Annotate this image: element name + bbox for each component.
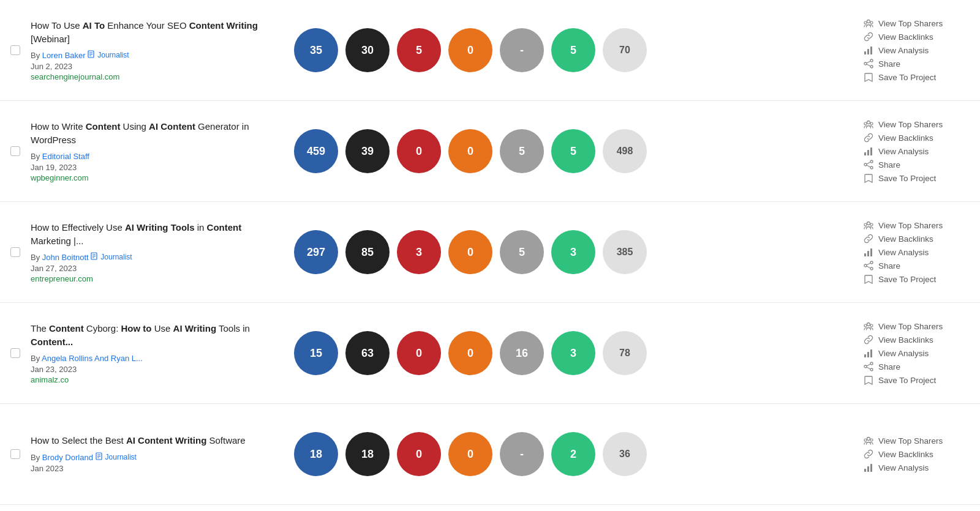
journalist-label: Journalist [97, 51, 129, 59]
view-backlinks-button-label: View Backlinks [878, 133, 933, 143]
metric-circle-2: 3 [397, 230, 441, 274]
share-button-icon [864, 59, 873, 69]
article-checkbox[interactable] [10, 45, 20, 55]
article-checkbox[interactable] [10, 247, 20, 257]
journalist-icon [88, 50, 96, 60]
share-button[interactable]: Share [864, 59, 980, 69]
author-link[interactable]: Loren Baker [42, 51, 86, 60]
view-backlinks-button[interactable]: View Backlinks [864, 133, 980, 143]
svg-point-47 [870, 362, 873, 365]
view-analysis-button-icon [864, 348, 873, 358]
view-top-sharers-button[interactable]: View Top Sharers [864, 220, 980, 230]
view-analysis-button-label: View Analysis [878, 463, 929, 472]
metric-circle-2: 0 [397, 129, 441, 173]
svg-line-13 [867, 61, 870, 63]
metric-circle-4: 5 [500, 230, 544, 274]
save-to-project-button-label: Save To Project [878, 275, 936, 284]
journalist-badge[interactable]: Journalist [91, 252, 132, 262]
view-analysis-button[interactable]: View Analysis [864, 45, 980, 55]
svg-point-36 [870, 261, 873, 264]
view-backlinks-button[interactable]: View Backlinks [864, 449, 980, 459]
save-to-project-button[interactable]: Save To Project [864, 375, 980, 385]
view-top-sharers-button[interactable]: View Top Sharers [864, 436, 980, 446]
author-link[interactable]: Brody Dorland [42, 453, 93, 462]
svg-point-6 [870, 21, 873, 24]
view-top-sharers-button-icon [864, 321, 873, 331]
article-title: How to Select the Best AI Content Writin… [31, 434, 276, 447]
author-link[interactable]: John Boitnott [42, 253, 89, 262]
save-to-project-button[interactable]: Save To Project [864, 72, 980, 82]
view-top-sharers-button-label: View Top Sharers [878, 322, 943, 331]
metric-circle-4: 5 [500, 129, 544, 173]
view-backlinks-button-icon [864, 32, 873, 42]
view-analysis-button-icon [864, 247, 873, 257]
metrics-col: 459390055498 [288, 129, 851, 173]
svg-line-50 [867, 364, 870, 366]
svg-line-51 [867, 367, 870, 369]
view-analysis-button[interactable]: View Analysis [864, 348, 980, 358]
svg-rect-33 [864, 253, 866, 256]
article-domain: searchenginejournal.com [31, 72, 276, 81]
svg-rect-9 [870, 47, 872, 54]
article-date: Jan 2023 [31, 464, 276, 473]
svg-point-57 [864, 439, 867, 441]
svg-point-41 [867, 323, 870, 326]
metric-circle-5: 2 [551, 432, 595, 476]
view-backlinks-button-icon [864, 335, 873, 345]
svg-point-30 [867, 222, 870, 225]
article-date: Jan 19, 2023 [31, 163, 276, 172]
journalist-icon [96, 452, 104, 462]
svg-point-23 [864, 163, 867, 166]
journalist-badge[interactable]: Journalist [88, 50, 129, 60]
article-checkbox[interactable] [10, 348, 20, 358]
svg-point-4 [867, 20, 870, 23]
article-checkbox[interactable] [10, 146, 20, 156]
view-backlinks-button[interactable]: View Backlinks [864, 234, 980, 244]
article-domain: wpbeginner.com [31, 173, 276, 182]
svg-rect-7 [864, 51, 866, 54]
view-analysis-button[interactable]: View Analysis [864, 463, 980, 472]
svg-point-37 [870, 267, 873, 270]
svg-point-15 [867, 121, 870, 124]
article-checkbox[interactable] [10, 449, 20, 459]
svg-rect-59 [864, 469, 866, 472]
content-list: How To Use AI To Enhance Your SEO Conten… [0, 0, 980, 511]
save-to-project-button[interactable]: Save To Project [864, 173, 980, 183]
checkbox-col [0, 449, 31, 459]
svg-point-21 [870, 160, 873, 163]
view-analysis-button[interactable]: View Analysis [864, 247, 980, 257]
share-button-label: Share [878, 59, 900, 69]
journalist-label: Journalist [100, 253, 132, 261]
share-button[interactable]: Share [864, 261, 980, 270]
svg-point-32 [870, 223, 873, 226]
author-link[interactable]: Angela Rollins And Ryan L... [42, 354, 143, 363]
article-domain: entrepreneur.com [31, 274, 276, 283]
view-top-sharers-button[interactable]: View Top Sharers [864, 119, 980, 129]
svg-rect-61 [870, 464, 872, 472]
view-top-sharers-button[interactable]: View Top Sharers [864, 321, 980, 331]
view-top-sharers-button[interactable]: View Top Sharers [864, 18, 980, 28]
svg-point-38 [864, 264, 867, 267]
list-item: How To Use AI To Enhance Your SEO Conten… [0, 0, 980, 101]
author-link[interactable]: Editorial Staff [42, 152, 89, 161]
share-button[interactable]: Share [864, 362, 980, 371]
article-info: How to Select the Best AI Content Writin… [31, 434, 288, 474]
journalist-icon [91, 252, 99, 262]
article-info: How to Write Content Using AI Content Ge… [31, 120, 288, 182]
view-analysis-button[interactable]: View Analysis [864, 146, 980, 156]
view-backlinks-button[interactable]: View Backlinks [864, 335, 980, 345]
svg-line-40 [867, 266, 870, 268]
view-backlinks-button[interactable]: View Backlinks [864, 32, 980, 42]
svg-point-43 [870, 324, 873, 327]
view-top-sharers-button-label: View Top Sharers [878, 221, 943, 230]
save-to-project-button[interactable]: Save To Project [864, 274, 980, 284]
metric-circle-3: 0 [448, 432, 492, 476]
metric-circle-6: 78 [603, 331, 647, 375]
metric-circle-6: 498 [603, 129, 647, 173]
view-top-sharers-button-icon [864, 436, 873, 446]
svg-point-22 [870, 166, 873, 169]
svg-line-24 [867, 162, 870, 164]
save-to-project-button-icon [864, 173, 873, 183]
share-button[interactable]: Share [864, 160, 980, 170]
journalist-badge[interactable]: Journalist [96, 452, 137, 462]
